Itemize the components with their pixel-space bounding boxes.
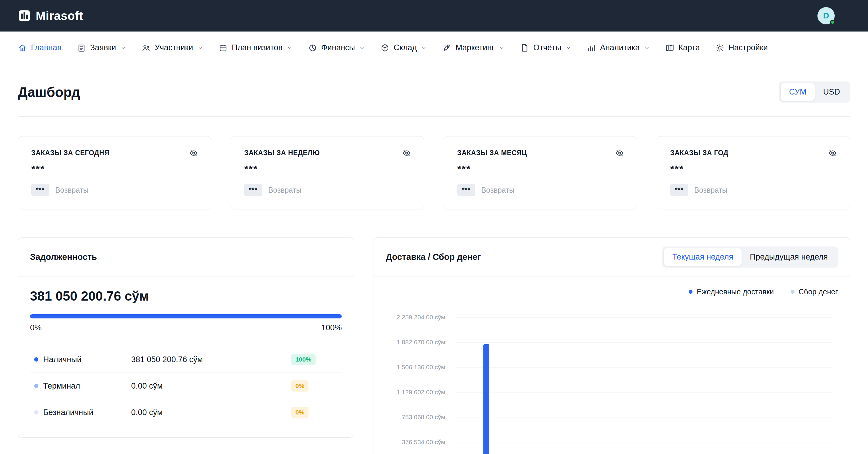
nav-item-label: Заявки xyxy=(90,43,116,52)
eye-off-icon[interactable] xyxy=(829,149,837,157)
returns-value-badge: *** xyxy=(457,184,475,196)
chevron-down-icon xyxy=(644,45,650,51)
people-icon xyxy=(142,43,151,52)
gridline xyxy=(456,342,833,343)
chart-bar[interactable] xyxy=(484,344,489,454)
stat-card-orders-week: ЗАКАЗЫ ЗА НЕДЕЛЮ *** *** Возвраты xyxy=(231,136,424,209)
tab-current-week[interactable]: Текущая неделя xyxy=(664,248,742,266)
payment-amount: 0.00 сўм xyxy=(131,408,291,417)
returns-label: Возвраты xyxy=(55,186,89,194)
nav-item-label: План визитов xyxy=(232,43,283,52)
nav-item-uchastniki[interactable]: Участники xyxy=(142,43,203,52)
debt-progress-bar[interactable] xyxy=(30,314,342,318)
scale-min-label: 0% xyxy=(30,323,42,332)
series-dot xyxy=(34,357,38,361)
eye-off-icon[interactable] xyxy=(189,149,198,157)
payment-type-label: Безналичный xyxy=(43,408,93,417)
nav-item-nastroyki[interactable]: Настройки xyxy=(715,43,768,52)
nav-item-karta[interactable]: Карта xyxy=(665,43,700,52)
nav-item-label: Отчёты xyxy=(533,43,561,52)
nav-item-label: Аналитика xyxy=(600,43,640,52)
delivery-panel: Доставка / Сбор денег Текущая неделя Пре… xyxy=(374,237,850,454)
topbar: Mirasoft D xyxy=(0,0,868,32)
nav-item-glavnaya[interactable]: Главная xyxy=(18,43,62,52)
brand-logo-icon xyxy=(18,9,31,22)
series-dot xyxy=(34,384,38,388)
nav-item-analitika[interactable]: Аналитика xyxy=(587,43,650,52)
y-tick-label: 2 259 204.00 сўм xyxy=(397,314,445,321)
stat-card-title: ЗАКАЗЫ ЗА МЕСЯЦ xyxy=(457,149,527,157)
debt-progress-fill xyxy=(30,314,342,318)
table-row: Безналичный 0.00 сўм 0% xyxy=(30,399,342,425)
rocket-icon xyxy=(442,43,451,52)
percent-badge: 0% xyxy=(291,407,308,418)
debt-total-amount: 381 050 200.76 сўм xyxy=(30,289,342,303)
page-title: Дашборд xyxy=(18,84,80,100)
stat-card-orders-today: ЗАКАЗЫ ЗА СЕГОДНЯ *** *** Возвраты xyxy=(18,136,211,209)
gridline xyxy=(456,392,833,392)
table-row: Терминал 0.00 сўм 0% xyxy=(30,372,342,399)
payment-type-label: Терминал xyxy=(43,382,80,391)
nav-item-zayavki[interactable]: Заявки xyxy=(77,43,126,52)
legend-item-collection[interactable]: Сбор денег xyxy=(790,288,838,296)
gridline xyxy=(456,317,833,318)
payment-type-label: Наличный xyxy=(43,355,82,364)
returns-label: Возвраты xyxy=(268,186,302,194)
home-icon xyxy=(18,43,27,52)
nav-item-marketing[interactable]: Маркетинг xyxy=(442,43,504,52)
stat-card-title: ЗАКАЗЫ ЗА ГОД xyxy=(670,149,728,157)
stat-card-title: ЗАКАЗЫ ЗА НЕДЕЛЮ xyxy=(244,149,320,157)
currency-option-usd[interactable]: USD xyxy=(815,83,848,101)
online-status-dot xyxy=(830,20,835,25)
nav-item-otchety[interactable]: Отчёты xyxy=(520,43,571,52)
chevron-down-icon xyxy=(565,45,571,51)
stat-card-orders-month: ЗАКАЗЫ ЗА МЕСЯЦ *** *** Возвраты xyxy=(444,136,637,209)
delivery-panel-title: Доставка / Сбор денег xyxy=(386,252,481,262)
nav-item-finansy[interactable]: Финансы xyxy=(308,43,365,52)
payment-amount: 0.00 сўм xyxy=(131,382,291,391)
currency-toggle: СУМ USD xyxy=(779,82,850,103)
returns-value-badge: *** xyxy=(670,184,688,196)
returns-value-badge: *** xyxy=(31,184,50,196)
stat-card-orders-year: ЗАКАЗЫ ЗА ГОД *** *** Возвраты xyxy=(657,136,850,209)
debt-panel-title: Задолженность xyxy=(30,252,97,262)
calendar-icon xyxy=(219,43,227,52)
stat-card-value: *** xyxy=(31,163,198,175)
chevron-down-icon xyxy=(197,45,203,51)
stat-card-value: *** xyxy=(244,163,411,175)
nav-item-label: Участники xyxy=(155,43,193,52)
main-content: Дашборд СУМ USD ЗАКАЗЫ ЗА СЕГОДНЯ *** **… xyxy=(0,64,868,454)
stat-card-title: ЗАКАЗЫ ЗА СЕГОДНЯ xyxy=(31,149,110,157)
percent-badge: 0% xyxy=(291,380,308,392)
bar-chart-icon xyxy=(587,43,596,52)
pie-chart-icon xyxy=(308,43,317,52)
brand-name: Mirasoft xyxy=(36,9,83,23)
eye-off-icon[interactable] xyxy=(402,149,411,157)
nav-item-label: Главная xyxy=(31,43,62,52)
tab-previous-week[interactable]: Предыдущая неделя xyxy=(742,248,836,266)
stat-cards-row: ЗАКАЗЫ ЗА СЕГОДНЯ *** *** Возвраты ЗАКАЗ… xyxy=(18,136,850,209)
stat-card-value: *** xyxy=(457,163,624,175)
nav-item-plan-vizitov[interactable]: План визитов xyxy=(219,43,293,52)
bottom-panels: Задолженность 381 050 200.76 сўм 0% 100%… xyxy=(18,237,850,454)
page-header: Дашборд СУМ USD xyxy=(18,64,850,117)
legend-item-deliveries[interactable]: Ежедневные доставки xyxy=(689,288,774,296)
gridline xyxy=(456,442,833,443)
legend-dot-blue xyxy=(689,290,692,294)
avatar[interactable]: D xyxy=(817,7,835,24)
document-icon xyxy=(77,43,86,52)
delivery-chart: 2 259 204.00 сўм 1 882 670.00 сўм 1 506 … xyxy=(386,317,838,454)
chevron-down-icon xyxy=(421,45,427,51)
nav-item-label: Настройки xyxy=(728,43,768,52)
returns-label: Возвраты xyxy=(481,186,515,194)
chart-y-axis: 2 259 204.00 сўм 1 882 670.00 сўм 1 506 … xyxy=(386,317,445,454)
brand[interactable]: Mirasoft xyxy=(18,9,83,23)
nav-item-label: Склад xyxy=(394,43,417,52)
avatar-letter: D xyxy=(823,11,829,21)
currency-option-sum[interactable]: СУМ xyxy=(781,83,815,101)
eye-off-icon[interactable] xyxy=(616,149,624,157)
chevron-down-icon xyxy=(359,45,365,51)
week-tabs: Текущая неделя Предыдущая неделя xyxy=(662,247,838,267)
main-nav: Главная Заявки Участники План визитов Фи… xyxy=(0,32,868,64)
nav-item-sklad[interactable]: Склад xyxy=(380,43,427,52)
